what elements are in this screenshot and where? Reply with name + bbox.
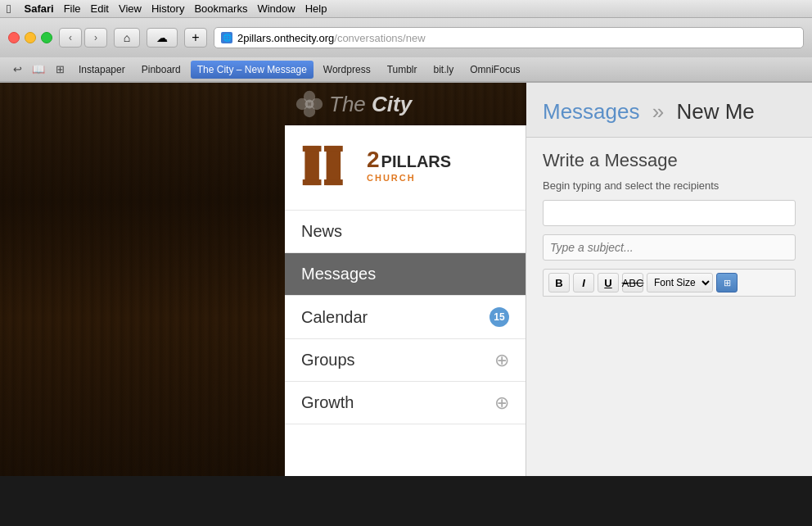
menu-edit[interactable]: Edit [91,2,109,15]
bookmark-pinboard[interactable]: Pinboard [135,61,187,79]
recipient-input[interactable] [543,200,796,226]
bookmarks-icon-reading-list[interactable]: 📖 [29,61,47,79]
bookmark-the-city[interactable]: The City – New Message [191,61,314,79]
content-header: Messages » New Me [526,83,812,138]
bookmark-tumblr[interactable]: Tumblr [381,61,424,79]
close-button[interactable] [8,32,20,43]
nav-label-growth: Growth [301,393,354,412]
underline-button[interactable]: U [598,273,619,292]
breadcrumb: Messages » New Me [543,99,796,125]
calendar-badge: 15 [489,307,509,327]
logo-content: 2 PILLARS CHURCH [301,142,509,189]
menu-bar:  Safari File Edit View History Bookmark… [0,0,812,18]
address-bar[interactable]: 🌐 2pillars.onthecity.org /conversations/… [214,27,804,48]
church-subtitle: CHURCH [367,173,451,183]
bookmarks-icon-grid[interactable]: ⊞ [51,61,69,79]
app-name: Safari [24,2,53,15]
favicon: 🌐 [221,32,232,43]
svg-point-4 [305,100,314,109]
editor-toolbar: B I U ABC Font Size ⊞ [543,269,796,297]
nav-label-groups: Groups [301,351,355,370]
apple-menu[interactable]:  [7,2,11,16]
nav-label-messages: Messages [301,265,376,283]
italic-button[interactable]: I [573,273,594,292]
minimize-button[interactable] [25,32,36,43]
groups-plus-icon: ⊕ [494,351,509,370]
main-content: Messages » New Me Write a Message Begin … [526,83,812,476]
back-button[interactable]: ‹ [59,28,82,48]
city-text-the: The City [329,92,412,117]
svg-rect-5 [304,146,319,185]
nav-label-calendar: Calendar [301,308,368,327]
write-message-title: Write a Message [543,150,796,171]
city-logo: The City [295,89,412,119]
forward-button[interactable]: › [84,28,107,48]
home-button[interactable]: ⌂ [114,28,140,48]
nav-item-calendar[interactable]: Calendar 15 [285,296,526,339]
menu-help[interactable]: Help [305,2,327,15]
browser-toolbar: ‹ › ⌂ ☁ + 🌐 2pillars.onthecity.org /conv… [0,18,812,57]
menu-view[interactable]: View [119,2,142,15]
grid-button[interactable]: ⊞ [716,273,738,292]
church-name: 2 PILLARS CHURCH [367,148,451,183]
church-logo-area: 2 PILLARS CHURCH [285,125,526,211]
url-domain: 2pillars.onthecity.org [237,32,334,44]
url-path: /conversations/new [334,32,425,44]
new-tab-button[interactable]: + [184,28,207,48]
bookmarks-icon-reader[interactable]: ↩ [8,61,26,79]
breadcrumb-separator: » [652,99,664,124]
church-pillars-text: PILLARS [381,153,452,170]
nav-label-news: News [301,222,342,241]
bookmark-bitly[interactable]: bit.ly [427,61,461,79]
strikethrough-button[interactable]: ABC [622,273,643,292]
church-number: 2 [367,148,380,171]
fullscreen-button[interactable] [41,32,52,43]
bookmark-wordpress[interactable]: Wordpress [317,61,377,79]
breadcrumb-messages-link[interactable]: Messages [543,99,640,124]
city-logo-icon [295,89,324,119]
svg-rect-6 [303,146,322,152]
bookmarks-bar: ↩ 📖 ⊞ Instapaper Pinboard The City – New… [0,57,812,82]
browser-content: The City 2 [0,83,812,476]
recipient-hint: Begin typing and select the recipients [543,179,796,192]
bookmark-instapaper[interactable]: Instapaper [72,61,132,79]
sidebar: 2 PILLARS CHURCH News Messages Calendar … [285,125,526,476]
menu-window[interactable]: Window [257,2,295,15]
bookmark-omnifocus[interactable]: OmniFocus [463,61,526,79]
traffic-lights [8,32,52,43]
growth-plus-icon: ⊕ [494,394,509,412]
menu-history[interactable]: History [151,2,184,15]
cloud-button[interactable]: ☁ [147,28,178,48]
nav-item-messages[interactable]: Messages [285,253,526,296]
navigation-buttons: ‹ › [59,28,107,48]
breadcrumb-current: New Me [676,99,754,124]
svg-rect-8 [327,146,341,185]
pillars-logo-svg [301,142,359,189]
nav-item-groups[interactable]: Groups ⊕ [285,339,526,382]
font-size-select[interactable]: Font Size [647,273,713,292]
nav-item-growth[interactable]: Growth ⊕ [285,382,526,424]
svg-rect-10 [324,179,343,185]
nav-item-news[interactable]: News [285,211,526,253]
subject-input[interactable] [543,234,796,261]
browser-chrome: ‹ › ⌂ ☁ + 🌐 2pillars.onthecity.org /conv… [0,18,812,83]
svg-rect-7 [303,179,322,185]
bold-button[interactable]: B [548,273,570,292]
write-message-section: Write a Message Begin typing and select … [526,138,812,309]
menu-bookmarks[interactable]: Bookmarks [194,2,247,15]
svg-rect-9 [324,146,343,152]
menu-file[interactable]: File [64,2,81,15]
